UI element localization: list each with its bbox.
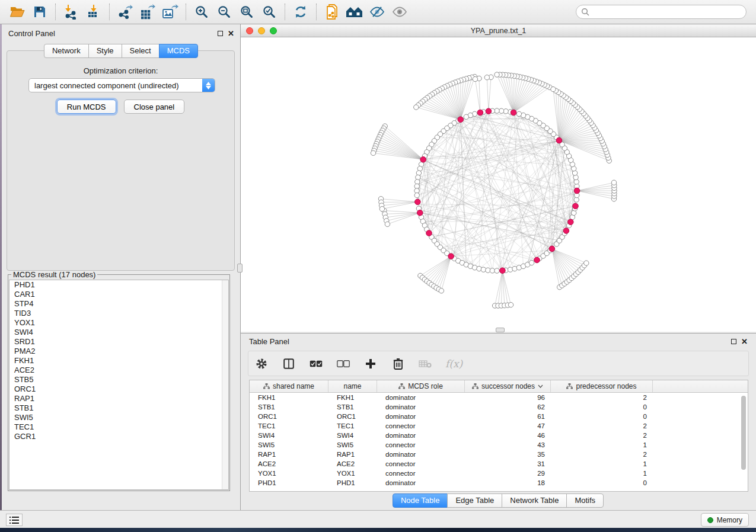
cell[interactable]: RAP1 [250, 450, 328, 459]
show-columns-icon[interactable] [282, 355, 296, 372]
cell[interactable]: YOX1 [328, 469, 377, 478]
cell[interactable]: ACE2 [328, 459, 377, 469]
import-network-icon[interactable] [60, 2, 82, 22]
close-panel-icon[interactable]: ✕ [741, 339, 748, 344]
network-node[interactable] [484, 75, 489, 80]
select-all-rows-icon[interactable] [309, 355, 323, 372]
cell[interactable]: 29 [465, 469, 551, 478]
cell[interactable]: 46 [465, 431, 551, 440]
mcds-node[interactable] [568, 219, 574, 225]
network-node[interactable] [464, 114, 468, 119]
tab-mcds[interactable]: MCDS [159, 44, 198, 58]
network-node[interactable] [495, 268, 499, 273]
tab-network-table[interactable]: Network Table [502, 493, 567, 508]
network-node[interactable] [516, 111, 521, 116]
close-panel-icon[interactable]: ✕ [228, 31, 234, 36]
network-node[interactable] [371, 150, 375, 155]
network-node[interactable] [611, 180, 616, 185]
mcds-result-list[interactable]: PHD1CAR1STP4TID3YOX1SWI4SRD1PMA2FKH1ACE2… [9, 280, 229, 490]
cell[interactable]: connector [377, 421, 465, 431]
float-panel-icon[interactable] [731, 339, 736, 344]
scrollbar-track[interactable] [222, 280, 228, 489]
search-input[interactable] [592, 8, 741, 16]
cell[interactable]: ORC1 [328, 412, 377, 421]
tab-motifs[interactable]: Motifs [566, 493, 604, 508]
mcds-node[interactable] [415, 199, 421, 205]
table-settings-gear-icon[interactable] [254, 355, 269, 372]
mcds-result-item[interactable]: FKH1 [9, 356, 228, 366]
mcds-node[interactable] [534, 257, 540, 263]
table-row[interactable]: SWI4SWI4dominator462 [250, 431, 748, 440]
cell[interactable]: 35 [465, 450, 551, 459]
network-node[interactable] [473, 76, 477, 81]
apply-layout-icon[interactable] [289, 2, 312, 22]
save-session-icon[interactable] [28, 2, 51, 22]
cell[interactable]: 0 [551, 478, 653, 488]
cell[interactable]: 1 [551, 469, 653, 478]
mcds-node[interactable] [573, 203, 579, 209]
cell[interactable]: RAP1 [328, 450, 377, 459]
network-node[interactable] [385, 222, 390, 226]
mcds-node[interactable] [556, 137, 562, 143]
mcds-result-item[interactable]: TID3 [9, 309, 228, 318]
deselect-all-rows-icon[interactable] [336, 355, 350, 372]
column-header-name[interactable]: name [328, 380, 377, 392]
tab-edge-table[interactable]: Edge Table [447, 493, 502, 508]
network-node[interactable] [584, 261, 589, 265]
mcds-result-item[interactable]: SWI4 [9, 328, 228, 337]
mcds-result-item[interactable]: TEC1 [9, 422, 228, 432]
scrollbar-thumb[interactable] [741, 396, 746, 470]
import-table-icon[interactable] [82, 2, 105, 22]
mcds-node[interactable] [549, 246, 555, 252]
mcds-node[interactable] [563, 228, 569, 234]
zoom-in-icon[interactable] [190, 2, 213, 22]
mcds-node[interactable] [458, 117, 464, 123]
splitter-handle[interactable] [237, 264, 243, 273]
show-all-icon[interactable] [388, 2, 411, 22]
export-table-icon[interactable] [136, 2, 159, 22]
network-graph[interactable] [241, 37, 756, 332]
mcds-node[interactable] [500, 268, 506, 274]
network-node[interactable] [495, 72, 499, 77]
table-row[interactable]: SWI5SWI5connector431 [250, 440, 748, 450]
first-neighbors-icon[interactable] [343, 2, 366, 22]
cell[interactable]: 2 [551, 450, 653, 459]
hide-selected-icon[interactable] [366, 2, 388, 22]
float-panel-icon[interactable] [218, 31, 223, 36]
cell[interactable]: ORC1 [250, 412, 328, 421]
table-row[interactable]: RAP1RAP1dominator352 [250, 450, 748, 459]
cell[interactable]: 1 [551, 459, 653, 469]
cell[interactable]: dominator [377, 393, 465, 402]
network-node[interactable] [379, 207, 384, 211]
table-row[interactable]: ORC1ORC1dominator610 [250, 412, 748, 421]
add-icon[interactable] [363, 355, 378, 372]
cell[interactable]: YOX1 [250, 469, 328, 478]
zoom-fit-icon[interactable] [235, 2, 258, 22]
table-row[interactable]: STB1STB1dominator620 [250, 402, 748, 412]
table-row[interactable]: ACE2ACE2connector311 [250, 459, 748, 469]
column-header-successor-nodes[interactable]: successor nodes [465, 380, 551, 392]
tab-select[interactable]: Select [122, 44, 160, 58]
close-panel-button[interactable]: Close panel [124, 100, 185, 114]
criterion-dropdown[interactable]: largest connected component (undirected) [28, 78, 215, 92]
cell[interactable]: FKH1 [328, 393, 377, 402]
cell[interactable]: 96 [465, 393, 551, 402]
network-canvas[interactable] [241, 37, 756, 332]
cell[interactable]: 31 [465, 459, 551, 469]
cell[interactable]: STB1 [250, 402, 328, 412]
column-header-MCDS-role[interactable]: MCDS role [377, 380, 465, 392]
mcds-result-item[interactable]: PHD1 [9, 280, 228, 290]
zoom-out-icon[interactable] [213, 2, 235, 22]
mcds-node[interactable] [486, 108, 492, 114]
mcds-result-item[interactable]: STP4 [9, 299, 228, 309]
tab-network[interactable]: Network [44, 44, 89, 58]
mcds-node[interactable] [477, 110, 483, 116]
cell[interactable]: connector [377, 459, 465, 469]
task-history-button[interactable] [6, 514, 23, 526]
mcds-node[interactable] [420, 157, 426, 163]
cell[interactable]: FKH1 [250, 393, 328, 402]
network-node[interactable] [508, 302, 513, 307]
cell[interactable]: SWI4 [250, 431, 328, 440]
mcds-result-item[interactable]: GCR1 [9, 432, 228, 441]
cell[interactable]: TEC1 [250, 421, 328, 431]
